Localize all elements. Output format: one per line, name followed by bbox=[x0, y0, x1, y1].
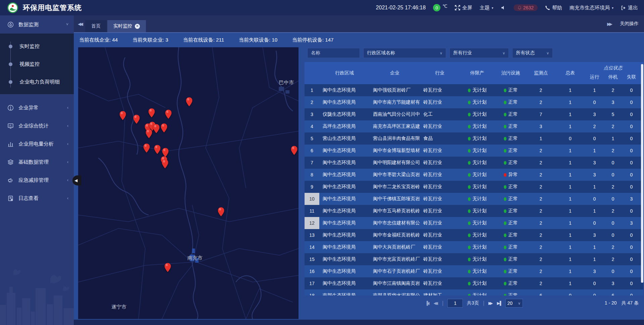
page-size-select[interactable]: 20 ∨ bbox=[505, 299, 523, 308]
status-dot-icon bbox=[504, 197, 506, 201]
bullet-dot-icon bbox=[9, 62, 12, 66]
map-marker-icon[interactable] bbox=[291, 146, 297, 155]
cell-run-count: 0 bbox=[585, 132, 604, 145]
table-row[interactable]: 14阆中生态环境局阆中大兴页岩机砖厂砖瓦行业无计划正常21120 bbox=[305, 241, 643, 253]
status-dot-icon bbox=[504, 113, 506, 116]
table-row[interactable]: 4高坪生态环境局南充市高坪区王家店建砖瓦行业无计划正常31220 bbox=[305, 120, 643, 132]
industry-filter-select[interactable]: 所有行业 ∨ bbox=[449, 48, 509, 58]
cell-company: 阆中市南方节能建材有 bbox=[370, 96, 420, 108]
table-row[interactable]: 17阆中生态环境局阆中市江南镇阆南页岩砖瓦行业无计划正常21030 bbox=[305, 277, 643, 289]
volume-icon[interactable] bbox=[501, 5, 506, 10]
city-label-巴中市: 巴中市 bbox=[279, 79, 294, 86]
close-operations-button[interactable]: 关闭操作 bbox=[620, 21, 639, 27]
sidebar-item-视频监控[interactable]: 视频监控 bbox=[0, 55, 74, 73]
table-scrollbar[interactable] bbox=[641, 64, 643, 283]
map-marker-icon[interactable] bbox=[154, 145, 160, 154]
map-marker-icon[interactable] bbox=[186, 97, 193, 106]
map-marker-icon[interactable] bbox=[143, 144, 150, 153]
table-row[interactable]: 10阆中生态环境局阆中千佛镇五郎垭页岩砖瓦行业无计划正常21003 bbox=[305, 193, 643, 205]
sidebar-item-实时监控[interactable]: 实时监控 bbox=[0, 38, 74, 55]
cell-production: 无计划 bbox=[460, 169, 495, 181]
sidebar-group-0[interactable]: 数据监测˅ bbox=[0, 15, 74, 34]
cell-region: 阆中生态环境局 bbox=[319, 241, 370, 253]
cell-run-count: 3 bbox=[585, 265, 604, 277]
cell-monitor-count: 2 bbox=[527, 217, 555, 229]
tab-实时监控[interactable]: 实时监控✕ bbox=[107, 20, 146, 32]
tab-close-icon[interactable]: ✕ bbox=[135, 24, 140, 29]
fullscreen-button[interactable]: 全屏 bbox=[455, 5, 472, 11]
cell-lost-count: 0 bbox=[622, 157, 641, 169]
table-row[interactable]: 2阆中生态环境局阆中市南方节能建材有砖瓦行业无计划正常21030 bbox=[305, 96, 643, 108]
map-roads bbox=[78, 47, 299, 319]
last-page-icon[interactable]: ▶▐ bbox=[497, 301, 501, 306]
next-page-icon[interactable]: ▶▶ bbox=[488, 301, 493, 306]
cell-industry: 砖瓦行业 bbox=[420, 217, 460, 229]
cell-meter-count: 1 bbox=[555, 181, 585, 193]
table-row[interactable]: 8阆中生态环境局阆中市枣碧大梁山页岩砖瓦行业无计划异常21300 bbox=[305, 169, 643, 181]
datetime-label: 2021-02-25 17:46:18 bbox=[376, 5, 426, 11]
sidebar-group-3[interactable]: 企业用电量分析‹ bbox=[0, 135, 74, 153]
cell-production: 无计划 bbox=[460, 265, 495, 277]
map-marker-icon[interactable] bbox=[218, 207, 224, 216]
cell-facility: 正常 bbox=[495, 205, 527, 217]
theme-menu-button[interactable]: 主题 ▾ bbox=[480, 5, 493, 11]
footer-strip bbox=[74, 320, 644, 325]
table-row[interactable]: 11阆中生态环境局阆中市五马桥页岩机砖砖瓦行业无计划正常21120 bbox=[305, 205, 643, 217]
table-row[interactable]: 7阆中生态环境局阆中明阳建材有限公司砖瓦行业无计划正常21300 bbox=[305, 157, 643, 169]
map-panel[interactable]: 巴中市南充市遂宁市 bbox=[78, 47, 299, 319]
logout-icon bbox=[621, 5, 626, 10]
enterprise-table: 行政区域 企业 行业 停限产 治污设施 监测点 总表 点位状态 运行 bbox=[305, 62, 643, 295]
help-button[interactable]: 帮助 bbox=[545, 5, 562, 11]
status-filter-select[interactable]: 所有状态 ∨ bbox=[512, 48, 553, 58]
table-row[interactable]: 15阆中生态环境局阆中市光富页岩机砖厂砖瓦行业无计划正常21120 bbox=[305, 253, 643, 265]
col-monitor: 监测点 bbox=[527, 62, 555, 84]
tab-scroll-left-icon[interactable]: ◀◀ bbox=[78, 21, 82, 26]
table-row[interactable]: 1阆中生态环境局阆中强锐页岩砖厂砖瓦行业无计划正常21120 bbox=[305, 84, 643, 96]
map-marker-icon[interactable] bbox=[133, 115, 140, 124]
notification-badge[interactable]: 2632 bbox=[514, 4, 538, 11]
row-index: 8 bbox=[305, 169, 319, 181]
map-marker-icon[interactable] bbox=[165, 110, 172, 119]
sidebar-group-4[interactable]: 基础数据管理‹ bbox=[0, 153, 74, 171]
map-marker-icon[interactable] bbox=[162, 148, 168, 157]
table-row[interactable]: 18南部生态环境局南部县双华水泥有限公建材加工无计划正常60060 bbox=[305, 289, 643, 295]
table-row[interactable]: 13阆中生态环境局阆中市金福旺页岩机砖砖瓦行业无计划正常21300 bbox=[305, 229, 643, 241]
table-row[interactable]: 16阆中生态环境局阆中市石子页岩机砖厂砖瓦行业无计划正常21300 bbox=[305, 265, 643, 277]
sidebar-group-1[interactable]: 企业异常‹ bbox=[0, 99, 74, 117]
table-row[interactable]: 6阆中生态环境局阆中市金博瑞新型墙材砖瓦行业无计划正常21120 bbox=[305, 145, 643, 157]
table-row[interactable]: 9阆中生态环境局阆中市二龙长宝页岩砖砖瓦行业无计划正常21120 bbox=[305, 181, 643, 193]
status-dot-icon bbox=[468, 221, 471, 225]
sidebar-group-6[interactable]: 日志查看‹ bbox=[0, 189, 74, 207]
table-row[interactable]: 12阆中生态环境局阆中市忠信建材有限公砖瓦行业无计划正常21003 bbox=[305, 217, 643, 229]
first-page-icon[interactable]: ▐◀ bbox=[425, 301, 430, 306]
table-row[interactable]: 5营山生态环境局营山县润丰肉食品有限食品无计划正常10010 bbox=[305, 132, 643, 145]
col-point-status-group: 点位状态 运行 停机 失联 bbox=[585, 62, 641, 84]
org-menu-button[interactable]: 南充市生态环境局 ▾ bbox=[570, 5, 613, 11]
logout-label: 退出 bbox=[628, 5, 638, 11]
sidebar-collapse-handle[interactable]: ◀ bbox=[72, 175, 81, 185]
prev-page-icon[interactable]: ◀◀ bbox=[433, 301, 438, 306]
cell-region: 仪陇生态环境局 bbox=[319, 108, 370, 120]
status-dot-icon bbox=[468, 282, 471, 285]
page-number-input[interactable]: 1 bbox=[447, 299, 463, 308]
cell-lost-count: 0 bbox=[622, 108, 641, 120]
region-filter-select[interactable]: 行政区域名称 ∨ bbox=[363, 48, 446, 58]
table-row[interactable]: 3仪陇生态环境局西南油气田分公司川中化工无计划正常71350 bbox=[305, 108, 643, 120]
map-marker-icon[interactable] bbox=[120, 111, 126, 120]
map-marker-icon[interactable] bbox=[161, 123, 167, 132]
map-marker-icon[interactable] bbox=[148, 108, 155, 117]
name-filter-input[interactable]: 名称 bbox=[307, 48, 360, 58]
cell-company: 阆中市枣碧大梁山页岩 bbox=[370, 169, 420, 181]
sidebar-group-2[interactable]: 企业综合统计‹ bbox=[0, 117, 74, 135]
map-marker-icon[interactable] bbox=[153, 124, 159, 133]
range-label: 1 - 20 bbox=[605, 300, 617, 306]
map-marker-icon[interactable] bbox=[164, 263, 171, 272]
tab-首页[interactable]: 首页 bbox=[85, 20, 107, 32]
map-marker-icon[interactable] bbox=[162, 159, 168, 168]
sidebar-item-企业电力负荷明细[interactable]: 企业电力负荷明细 bbox=[0, 73, 74, 91]
sidebar-group-label: 企业综合统计 bbox=[18, 123, 49, 129]
logout-button[interactable]: 退出 bbox=[621, 5, 638, 11]
map-marker-icon[interactable] bbox=[146, 129, 152, 138]
tab-scroll-right-icon[interactable]: ▶▶ bbox=[607, 21, 611, 26]
sidebar-group-5[interactable]: 应急减排管理‹ bbox=[0, 171, 74, 189]
